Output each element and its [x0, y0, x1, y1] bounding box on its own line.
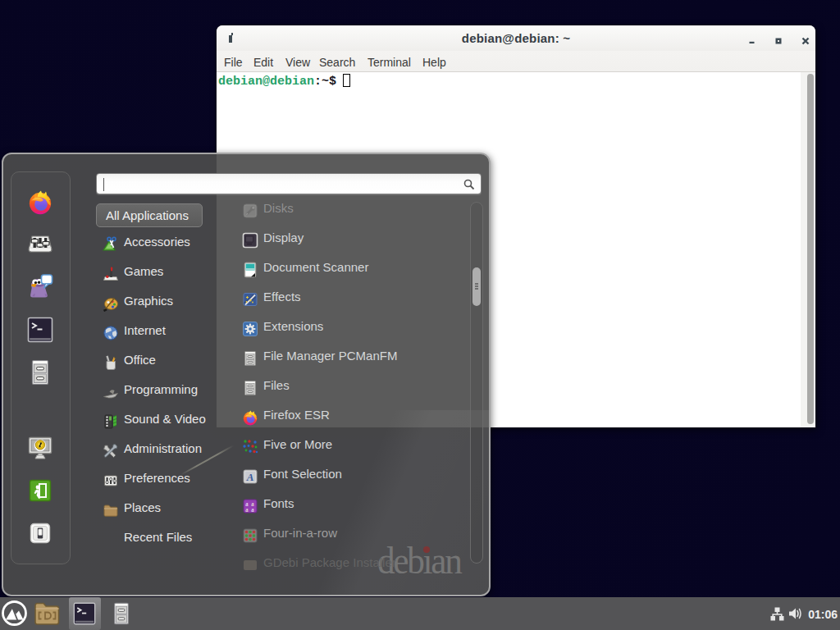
svg-text:A: A [246, 471, 254, 483]
